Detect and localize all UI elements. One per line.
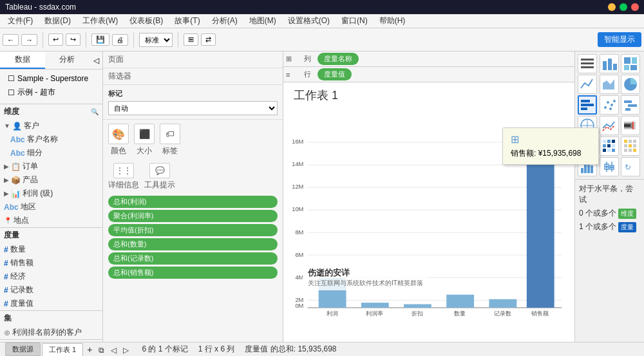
- undo-button[interactable]: ↩: [48, 33, 63, 46]
- chart-type-gantt[interactable]: [621, 95, 640, 115]
- dim-customer-folder[interactable]: ▼ 👤 客户: [0, 119, 102, 133]
- toolbar-sep4: [178, 32, 178, 48]
- tab-data[interactable]: 数据: [0, 52, 45, 69]
- chart-type-bullet[interactable]: [621, 116, 640, 135]
- menu-dashboard[interactable]: 仪表板(B): [124, 14, 168, 28]
- svg-rect-32: [624, 65, 629, 70]
- chart-type-boxplot[interactable]: [600, 157, 619, 176]
- pill-profit[interactable]: 总和(利润): [108, 196, 278, 208]
- pill-discount[interactable]: 平均值(折扣): [108, 224, 278, 236]
- rows-pill[interactable]: 度量值: [317, 68, 352, 80]
- chart-type-line[interactable]: [578, 75, 597, 94]
- set-top-customers[interactable]: ⊕ 利润排名前列的客户: [0, 326, 102, 339]
- dim-customer-name[interactable]: Abc 客户名称: [0, 133, 102, 146]
- label-mark[interactable]: 🏷 标签: [160, 124, 180, 156]
- menu-file[interactable]: 文件(F): [3, 14, 38, 28]
- dim-location[interactable]: 📍 地点: [0, 214, 102, 227]
- close-btn[interactable]: [631, 3, 639, 11]
- svg-rect-69: [624, 144, 627, 147]
- menu-help[interactable]: 帮助(H): [374, 14, 411, 28]
- chart-type-treemap[interactable]: [621, 54, 640, 73]
- menu-format[interactable]: 设置格式(O): [283, 14, 335, 28]
- hash-icon5: #: [4, 299, 8, 308]
- menu-analysis[interactable]: 分析(A): [207, 14, 243, 28]
- marks-type-select[interactable]: 自动: [108, 101, 278, 115]
- menu-story[interactable]: 故事(T): [169, 14, 205, 28]
- chart-type-pie[interactable]: [621, 75, 640, 94]
- menu-data[interactable]: 数据(D): [39, 14, 76, 28]
- dim-region[interactable]: Abc 地区: [0, 200, 102, 214]
- save-button[interactable]: 💾: [91, 33, 109, 46]
- chart-type-area[interactable]: [600, 75, 619, 94]
- measure-qty[interactable]: # 数量: [0, 243, 102, 256]
- menu-worksheet[interactable]: 工作表(W): [77, 14, 123, 28]
- tooltip-mark[interactable]: 💬 工具提示: [144, 163, 175, 191]
- dim-product-folder[interactable]: ▶ 📦 产品: [0, 173, 102, 187]
- datasource-example-superstore[interactable]: ☐ 示例 - 超市: [4, 85, 99, 100]
- view-select[interactable]: 标准: [139, 33, 173, 47]
- status-tabs: 数据源 工作表 1 + ⧉ ◁ ▷: [5, 342, 131, 356]
- share-button[interactable]: ⇄: [201, 33, 216, 46]
- color-mark[interactable]: 🎨 颜色: [108, 124, 129, 156]
- svg-rect-70: [629, 144, 632, 147]
- dim-order-folder[interactable]: ▶ 📋 订单: [0, 160, 102, 173]
- bar-sales[interactable]: [527, 150, 554, 308]
- pill-quantity[interactable]: 总和(数量): [108, 238, 278, 250]
- size-icon-box[interactable]: ⬛: [134, 124, 155, 144]
- menu-map[interactable]: 地图(M): [244, 14, 281, 28]
- chart-type-text[interactable]: [578, 54, 597, 73]
- datasource-sample-superstore[interactable]: ☐ Sample - Superstore: [4, 72, 99, 85]
- pill-records[interactable]: 总和(记录数): [108, 252, 278, 265]
- status-rows: 1 行 x 6 列: [198, 344, 235, 355]
- svg-point-43: [609, 108, 612, 110]
- forward-button[interactable]: →: [21, 34, 37, 46]
- sheet-right-btn[interactable]: ▷: [120, 344, 131, 356]
- dim-profit-level[interactable]: ▶ 📊 利润 (级): [0, 187, 102, 200]
- color-icon-box[interactable]: 🎨: [108, 124, 129, 144]
- chart-type-hbar-selected[interactable]: [578, 95, 597, 115]
- bar-records[interactable]: [489, 299, 516, 308]
- label-icon-box[interactable]: 🏷: [160, 124, 180, 144]
- pill-sales[interactable]: 总和(销售额): [108, 267, 278, 279]
- measure-records[interactable]: # 记录数: [0, 283, 102, 297]
- chart-type-highlight[interactable]: [621, 136, 640, 156]
- columns-pill[interactable]: 度量名称: [317, 53, 359, 65]
- fit-button[interactable]: ⊞: [184, 33, 198, 46]
- detail-icon-box[interactable]: ⋮⋮: [113, 163, 134, 178]
- sidebar-collapse-btn[interactable]: ◁: [90, 52, 102, 69]
- menu-window[interactable]: 窗口(N): [336, 14, 373, 28]
- minimize-btn[interactable]: [608, 3, 616, 11]
- redo-button[interactable]: ↪: [66, 33, 80, 46]
- svg-rect-57: [603, 140, 606, 143]
- size-mark[interactable]: ⬛ 大小: [134, 124, 155, 156]
- smart-display-button[interactable]: 智能显示: [598, 32, 641, 47]
- data-source-tab[interactable]: 数据源: [5, 342, 41, 356]
- print-button[interactable]: 🖨: [112, 34, 128, 46]
- svg-rect-37: [581, 104, 594, 106]
- pill-profit-rate[interactable]: 聚合(利润率): [108, 210, 278, 222]
- search-icon[interactable]: 🔍: [91, 108, 99, 115]
- bar-quantity[interactable]: [446, 295, 474, 308]
- chart-type-bar[interactable]: [600, 54, 619, 73]
- maximize-btn[interactable]: [620, 3, 627, 11]
- measure-economy[interactable]: # 经济: [0, 270, 102, 283]
- measure-value[interactable]: # 度量值: [0, 297, 102, 310]
- chart-type-scatter[interactable]: [600, 95, 619, 115]
- chart-type-heatmap[interactable]: [600, 136, 619, 156]
- chart-type-auto[interactable]: ↻: [621, 157, 640, 176]
- add-sheet-btn[interactable]: +: [84, 343, 95, 356]
- sheet-left-btn[interactable]: ◁: [108, 344, 119, 356]
- tab-analysis[interactable]: 分析: [45, 52, 90, 69]
- abc-icon2: Abc: [10, 149, 25, 158]
- back-button[interactable]: ←: [3, 34, 19, 46]
- sheet1-tab[interactable]: 工作表 1: [42, 343, 83, 356]
- chart-type-dualline[interactable]: [600, 116, 619, 135]
- bar-discount[interactable]: [404, 304, 431, 308]
- dim-segment[interactable]: Abc 细分: [0, 146, 102, 160]
- tooltip-icon-box[interactable]: 💬: [149, 163, 170, 178]
- status-marks: 6 的 1 个标记: [142, 344, 187, 355]
- measure-sales[interactable]: # 销售额: [0, 256, 102, 270]
- sheet-duplicate-btn[interactable]: ⧉: [96, 344, 107, 356]
- bar-profit-rate[interactable]: [361, 303, 389, 308]
- detail-mark[interactable]: ⋮⋮ 详细信息: [108, 163, 139, 191]
